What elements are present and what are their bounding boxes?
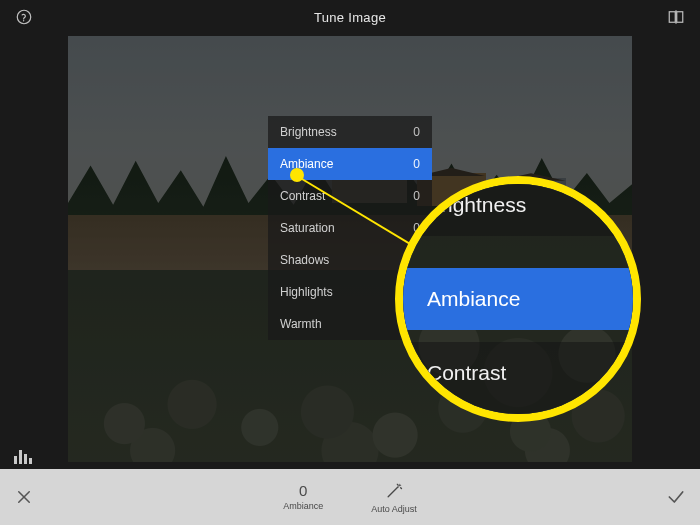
svg-point-1 — [23, 20, 24, 21]
adjust-value: 0 — [413, 285, 420, 299]
current-value: 0 — [299, 483, 307, 498]
adjust-row-contrast[interactable]: Contrast 0 — [268, 180, 432, 212]
image-canvas[interactable]: Brightness 0 Ambiance 0 Contrast 0 Satur… — [68, 36, 632, 462]
svg-rect-2 — [669, 12, 675, 23]
bottom-bar: 0 Ambiance Auto Adjust — [0, 469, 700, 525]
adjust-row-highlights[interactable]: Highlights 0 — [268, 276, 432, 308]
auto-adjust-label: Auto Adjust — [371, 504, 417, 514]
adjust-value: 0 — [413, 253, 420, 267]
adjust-value: 0 — [413, 221, 420, 235]
top-bar: Tune Image — [0, 0, 700, 34]
adjust-value: 0 — [413, 189, 420, 203]
adjust-value: 0 — [413, 157, 420, 171]
adjust-label: Highlights — [280, 285, 333, 299]
compare-icon[interactable] — [662, 3, 690, 31]
adjust-label: Ambiance — [280, 157, 333, 171]
adjust-value: 0 — [413, 317, 420, 331]
current-adjust-indicator[interactable]: 0 Ambiance — [283, 483, 323, 511]
current-label: Ambiance — [283, 501, 323, 511]
adjust-row-warmth[interactable]: Warmth 0 — [268, 308, 432, 340]
help-icon[interactable] — [10, 3, 38, 31]
wand-icon — [384, 481, 404, 501]
adjust-label: Warmth — [280, 317, 322, 331]
svg-rect-3 — [677, 12, 683, 23]
adjust-value: 0 — [413, 125, 420, 139]
histogram-icon[interactable] — [14, 446, 36, 464]
adjust-row-ambiance[interactable]: Ambiance 0 — [268, 148, 432, 180]
page-title: Tune Image — [0, 10, 700, 25]
adjustments-menu[interactable]: Brightness 0 Ambiance 0 Contrast 0 Satur… — [268, 116, 432, 340]
adjust-label: Brightness — [280, 125, 337, 139]
adjust-label: Contrast — [280, 189, 325, 203]
auto-adjust-button[interactable]: Auto Adjust — [371, 481, 417, 514]
adjust-row-brightness[interactable]: Brightness 0 — [268, 116, 432, 148]
adjust-label: Saturation — [280, 221, 335, 235]
adjust-row-shadows[interactable]: Shadows 0 — [268, 244, 432, 276]
adjust-label: Shadows — [280, 253, 329, 267]
check-icon[interactable] — [652, 469, 700, 525]
adjust-row-saturation[interactable]: Saturation 0 — [268, 212, 432, 244]
svg-point-0 — [17, 10, 31, 24]
close-icon[interactable] — [0, 469, 48, 525]
